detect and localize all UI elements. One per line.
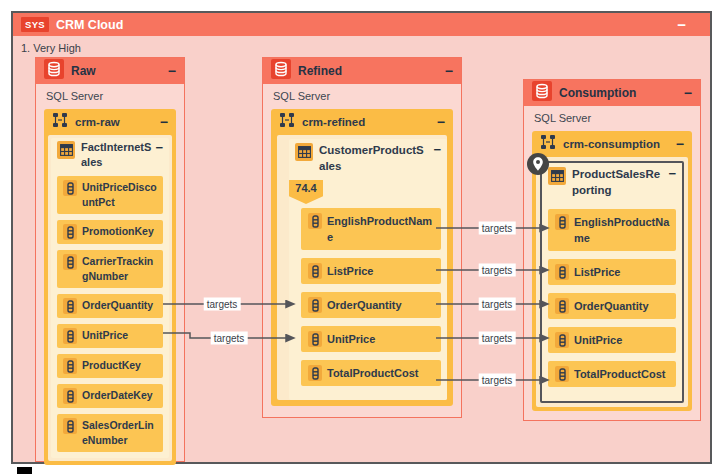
collapse-schema-button[interactable]: − (160, 114, 168, 130)
zone-raw-header[interactable]: Raw − (36, 58, 184, 84)
column-name: OrderQuantity (82, 298, 153, 313)
edge-label[interactable]: targets (479, 222, 516, 235)
table-node-selected[interactable]: ProductSalesReporting − EnglishProductNa… (540, 161, 684, 403)
column-node[interactable]: ProductKey (57, 354, 163, 378)
column-name: OrderDateKey (82, 388, 153, 403)
column-node[interactable]: EnglishProductName (548, 209, 676, 251)
schema-name: crm-raw (75, 116, 120, 128)
column-name: OrderQuantity (327, 297, 402, 313)
schema-node-crm-raw[interactable]: crm-raw − FactInternetSales − UnitPriceD… (44, 109, 176, 465)
schema-node-crm-consumption[interactable]: crm-consumption − ProductSalesReporting … (532, 131, 692, 411)
edge-label[interactable]: targets (479, 374, 516, 387)
column-name: UnitPrice (82, 328, 128, 343)
column-icon (308, 263, 322, 279)
column-icon (308, 297, 322, 313)
schema-node-crm-refined[interactable]: crm-refined − CustomerProductSales − 74.… (271, 109, 453, 406)
zone-refined-header[interactable]: Refined − (263, 58, 461, 84)
column-list: EnglishProductName ListPrice OrderQuanti… (542, 200, 682, 401)
edge-label[interactable]: targets (479, 264, 516, 277)
schema-icon (540, 134, 556, 154)
table-node[interactable]: CustomerProductSales − 74.4 EnglishProdu… (289, 139, 447, 400)
column-node[interactable]: ListPrice (301, 258, 441, 284)
column-name: EnglishProductName (574, 214, 671, 246)
schema-contents-panel: ProductSalesReporting − EnglishProductNa… (536, 157, 688, 407)
collapse-zone-button[interactable]: − (684, 85, 692, 101)
edge-label[interactable]: targets (204, 298, 241, 311)
zone-raw[interactable]: Raw − SQL Server crm-raw − FactInternetS… (35, 57, 185, 462)
column-node[interactable]: EnglishProductName (301, 208, 441, 250)
classification-label: 1. Very High (21, 42, 81, 54)
column-name: PromotionKey (82, 224, 154, 239)
column-node[interactable]: UnitPrice (301, 326, 441, 352)
column-name: EnglishProductName (327, 213, 436, 245)
collapse-table-button[interactable]: − (668, 166, 676, 181)
column-name: UnitPrice (327, 331, 375, 347)
column-node[interactable]: UnitPriceDiscountPct (57, 176, 163, 214)
column-icon (308, 331, 322, 347)
column-icon (555, 298, 569, 314)
table-header[interactable]: CustomerProductSales − (289, 139, 447, 176)
column-name: TotalProductCost (574, 366, 665, 382)
schema-header[interactable]: crm-refined − (271, 109, 453, 135)
collapse-system-button[interactable]: − (677, 14, 686, 35)
table-name: ProductSalesReporting (572, 166, 664, 198)
table-grid-icon (57, 141, 75, 159)
zone-title: Consumption (559, 86, 636, 100)
collapse-table-button[interactable]: − (433, 142, 441, 157)
collapse-schema-button[interactable]: − (437, 114, 445, 130)
column-node[interactable]: TotalProductCost (548, 361, 676, 387)
column-node[interactable]: OrderQuantity (301, 292, 441, 318)
column-node[interactable]: SalesOrderLineNumber (57, 414, 163, 452)
collapse-schema-button[interactable]: − (676, 136, 684, 152)
column-node[interactable]: PromotionKey (57, 220, 163, 244)
column-node[interactable]: OrderQuantity (57, 294, 163, 318)
column-node[interactable]: OrderQuantity (548, 293, 676, 319)
column-icon (555, 214, 569, 230)
platform-label: SQL Server (534, 112, 692, 128)
schema-icon (52, 112, 68, 132)
column-node[interactable]: UnitPrice (548, 327, 676, 353)
table-header[interactable]: FactInternetSales − (51, 138, 169, 172)
column-icon (308, 213, 322, 229)
column-icon (308, 365, 322, 381)
zone-consumption-header[interactable]: Consumption − (524, 80, 700, 106)
column-icon (63, 254, 77, 270)
database-icon (532, 81, 552, 105)
column-node[interactable]: OrderDateKey (57, 384, 163, 408)
collapse-table-button[interactable]: − (155, 140, 163, 155)
zone-refined[interactable]: Refined − SQL Server crm-refined − Custo… (262, 57, 462, 418)
edge-label[interactable]: targets (211, 332, 248, 345)
column-name: ListPrice (574, 264, 620, 280)
edge-label[interactable]: targets (479, 332, 516, 345)
table-grid-icon (548, 167, 566, 185)
zone-consumption[interactable]: Consumption − SQL Server crm-consumption… (523, 79, 701, 421)
collapse-zone-button[interactable]: − (445, 63, 453, 79)
column-name: CarrierTrackingNumber (82, 254, 159, 284)
schema-contents-panel: CustomerProductSales − 74.4 EnglishProdu… (277, 135, 447, 400)
column-node[interactable]: CarrierTrackingNumber (57, 250, 163, 288)
table-node[interactable]: FactInternetSales − UnitPriceDiscountPct… (51, 138, 169, 458)
column-name: ProductKey (82, 358, 141, 373)
column-list: EnglishProductName ListPrice OrderQuanti… (289, 204, 447, 400)
column-name: UnitPriceDiscountPct (82, 180, 159, 210)
table-name: FactInternetSales (81, 140, 151, 170)
schema-header[interactable]: crm-consumption − (532, 131, 692, 157)
column-icon (63, 180, 77, 196)
schema-header[interactable]: crm-raw − (44, 109, 176, 135)
collapse-zone-button[interactable]: − (168, 63, 176, 79)
system-header[interactable]: SYS CRM Cloud − (13, 13, 710, 36)
column-name: OrderQuantity (574, 298, 649, 314)
column-name: ListPrice (327, 263, 373, 279)
column-icon (63, 328, 77, 344)
column-icon (63, 358, 77, 374)
table-header[interactable]: ProductSalesReporting − (542, 163, 682, 200)
zone-title: Refined (298, 64, 342, 78)
column-node[interactable]: UnitPrice (57, 324, 163, 348)
platform-label: SQL Server (273, 90, 453, 106)
column-list: UnitPriceDiscountPct PromotionKey Carrie… (51, 172, 169, 458)
column-node[interactable]: TotalProductCost (301, 360, 441, 386)
schema-icon (279, 112, 295, 132)
edge-label[interactable]: targets (479, 298, 516, 311)
column-node[interactable]: ListPrice (548, 259, 676, 285)
column-icon (63, 298, 77, 314)
